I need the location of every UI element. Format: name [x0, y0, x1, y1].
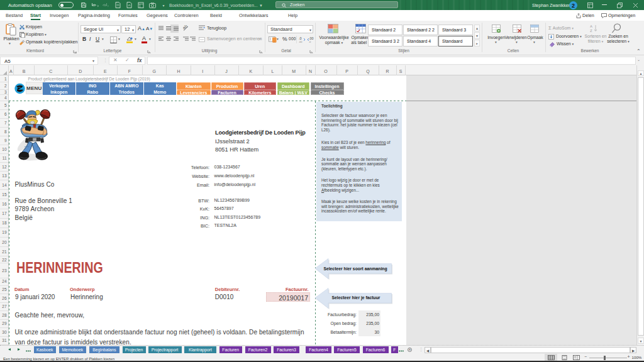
svg-text:A: A: [590, 25, 592, 28]
svg-text:2: 2: [572, 2, 575, 8]
svg-text:.0: .0: [309, 40, 311, 43]
svg-text:ab: ab: [183, 25, 188, 30]
svg-text:Z: Z: [590, 29, 592, 32]
svg-text:.00: .00: [299, 40, 303, 43]
